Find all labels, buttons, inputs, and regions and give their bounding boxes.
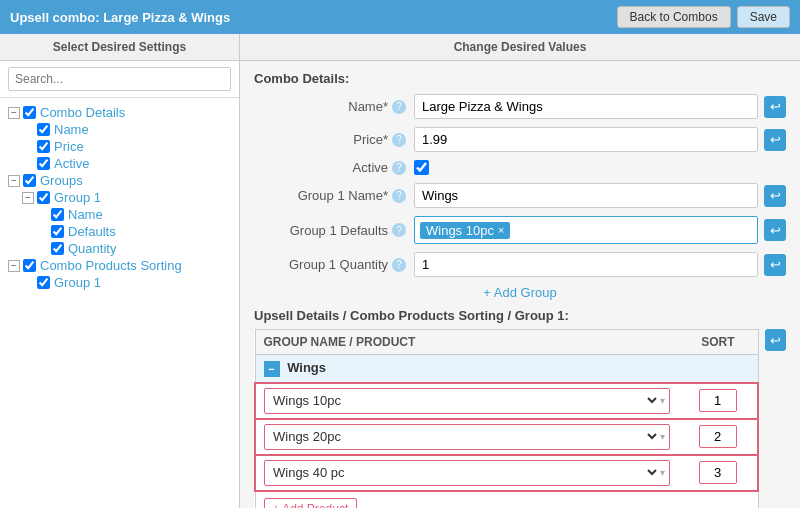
- price-input-wrap: ↩: [414, 127, 786, 152]
- group1-quantity-label: Group 1 Quantity ?: [254, 257, 414, 272]
- tree-item-group1-quantity[interactable]: Quantity: [36, 240, 231, 257]
- group1-defaults-tags[interactable]: Wings 10pc ×: [414, 216, 758, 244]
- product-cell-2: Wings 40 pc ▾: [255, 455, 678, 491]
- tag-wings-10pc-remove[interactable]: ×: [498, 224, 504, 236]
- sort-input-1[interactable]: [699, 425, 737, 448]
- tree-item-active[interactable]: Active: [22, 155, 231, 172]
- toggle-group1[interactable]: −: [22, 192, 34, 204]
- group1-defaults-input-wrap: Wings 10pc × ↩: [414, 216, 786, 244]
- name-reset-icon[interactable]: ↩: [764, 96, 786, 118]
- price-input[interactable]: [414, 127, 758, 152]
- checkbox-group1-defaults[interactable]: [51, 225, 64, 238]
- right-panel: Change Desired Values Combo Details: Nam…: [240, 34, 800, 508]
- tree-item-group1-name[interactable]: Name: [36, 206, 231, 223]
- active-help-icon[interactable]: ?: [392, 161, 406, 175]
- toggle-groups[interactable]: −: [8, 175, 20, 187]
- checkbox-combo-details[interactable]: [23, 106, 36, 119]
- right-panel-content: Combo Details: Name* ? ↩ Price* ?: [240, 61, 800, 508]
- group1-defaults-row: Group 1 Defaults ? Wings 10pc × ↩: [254, 216, 786, 244]
- add-group-button[interactable]: + Add Group: [483, 285, 556, 300]
- combo-details-section-title: Combo Details:: [254, 71, 786, 86]
- sort-table-reset-icon[interactable]: ↩: [765, 329, 786, 351]
- checkbox-combo-products[interactable]: [23, 259, 36, 272]
- add-product-row: + Add Product: [255, 491, 758, 508]
- checkbox-group1[interactable]: [37, 191, 50, 204]
- name-help-icon[interactable]: ?: [392, 100, 406, 114]
- tree-item-groups[interactable]: − Groups: [8, 172, 231, 189]
- product-row-2: Wings 40 pc ▾: [255, 455, 758, 491]
- group-collapse-icon[interactable]: −: [264, 361, 280, 377]
- product-cell-0: Wings 10pc ▾: [255, 383, 678, 419]
- save-button[interactable]: Save: [737, 6, 790, 28]
- tree-item-group1-defaults[interactable]: Defaults: [36, 223, 231, 240]
- group1-quantity-input-wrap: ↩: [414, 252, 786, 277]
- left-panel: Select Desired Settings − Combo Details …: [0, 34, 240, 508]
- group1-name-input[interactable]: [414, 183, 758, 208]
- group-wings-row: − Wings: [255, 355, 758, 383]
- product-select-0[interactable]: Wings 10pc: [269, 392, 660, 409]
- add-product-button[interactable]: + Add Product: [264, 498, 358, 508]
- checkbox-name[interactable]: [37, 123, 50, 136]
- tree-item-price[interactable]: Price: [22, 138, 231, 155]
- tree-item-combo-details[interactable]: − Combo Details: [8, 104, 231, 121]
- name-input[interactable]: [414, 94, 758, 119]
- sort-cell-2: [678, 455, 758, 491]
- search-input[interactable]: [8, 67, 231, 91]
- col-product-header: GROUP NAME / PRODUCT: [255, 330, 678, 355]
- product-select-2[interactable]: Wings 40 pc: [269, 464, 660, 481]
- group1-name-reset-icon[interactable]: ↩: [764, 185, 786, 207]
- group1-name-label: Group 1 Name* ?: [254, 188, 414, 203]
- product-select-wrap-1: Wings 20pc ▾: [264, 424, 670, 450]
- main-layout: Select Desired Settings − Combo Details …: [0, 34, 800, 508]
- left-panel-header: Select Desired Settings: [0, 34, 239, 61]
- search-bar: [0, 61, 239, 98]
- sort-table: GROUP NAME / PRODUCT SORT − Wings: [254, 329, 759, 508]
- window-title: Upsell combo: Large Pizza & Wings: [10, 10, 230, 25]
- group1-quantity-input[interactable]: [414, 252, 758, 277]
- tree-item-group1[interactable]: − Group 1: [22, 189, 231, 206]
- sorting-section-title: Upsell Details / Combo Products Sorting …: [254, 308, 786, 323]
- product-row-0: Wings 10pc ▾: [255, 383, 758, 419]
- toggle-combo-products[interactable]: −: [8, 260, 20, 272]
- sorting-section: Upsell Details / Combo Products Sorting …: [254, 308, 786, 508]
- toggle-combo-details[interactable]: −: [8, 107, 20, 119]
- name-input-wrap: ↩: [414, 94, 786, 119]
- sort-cell-1: [678, 419, 758, 455]
- col-sort-header: SORT: [678, 330, 758, 355]
- back-to-combos-button[interactable]: Back to Combos: [617, 6, 731, 28]
- product-select-1[interactable]: Wings 20pc: [269, 428, 660, 445]
- group1-defaults-reset-icon[interactable]: ↩: [764, 219, 786, 241]
- product-cell-1: Wings 20pc ▾: [255, 419, 678, 455]
- group-wings-cell: − Wings: [255, 355, 758, 383]
- checkbox-active[interactable]: [37, 157, 50, 170]
- group1-defaults-label: Group 1 Defaults ?: [254, 223, 414, 238]
- price-reset-icon[interactable]: ↩: [764, 129, 786, 151]
- group1-quantity-row: Group 1 Quantity ? ↩: [254, 252, 786, 277]
- product-select-wrap-2: Wings 40 pc ▾: [264, 460, 670, 486]
- price-help-icon[interactable]: ?: [392, 133, 406, 147]
- sort-input-0[interactable]: [699, 389, 737, 412]
- tree-item-name[interactable]: Name: [22, 121, 231, 138]
- group1-name-row: Group 1 Name* ? ↩: [254, 183, 786, 208]
- active-row: Active ?: [254, 160, 786, 175]
- product-select-wrap-0: Wings 10pc ▾: [264, 388, 670, 414]
- checkbox-price[interactable]: [37, 140, 50, 153]
- sort-input-2[interactable]: [699, 461, 737, 484]
- active-checkbox[interactable]: [414, 160, 429, 175]
- tree-item-combo-group1[interactable]: Group 1: [22, 274, 231, 291]
- add-product-cell: + Add Product: [255, 491, 758, 508]
- checkbox-group1-name[interactable]: [51, 208, 64, 221]
- group1-name-help-icon[interactable]: ?: [392, 189, 406, 203]
- checkbox-group1-quantity[interactable]: [51, 242, 64, 255]
- active-input-wrap: [414, 160, 786, 175]
- right-panel-header: Change Desired Values: [240, 34, 800, 61]
- checkbox-combo-group1[interactable]: [37, 276, 50, 289]
- tree-item-combo-products[interactable]: − Combo Products Sorting: [8, 257, 231, 274]
- title-bar-buttons: Back to Combos Save: [617, 6, 790, 28]
- price-row: Price* ? ↩: [254, 127, 786, 152]
- group1-name-input-wrap: ↩: [414, 183, 786, 208]
- group1-quantity-help-icon[interactable]: ?: [392, 258, 406, 272]
- group1-quantity-reset-icon[interactable]: ↩: [764, 254, 786, 276]
- checkbox-groups[interactable]: [23, 174, 36, 187]
- group1-defaults-help-icon[interactable]: ?: [392, 223, 406, 237]
